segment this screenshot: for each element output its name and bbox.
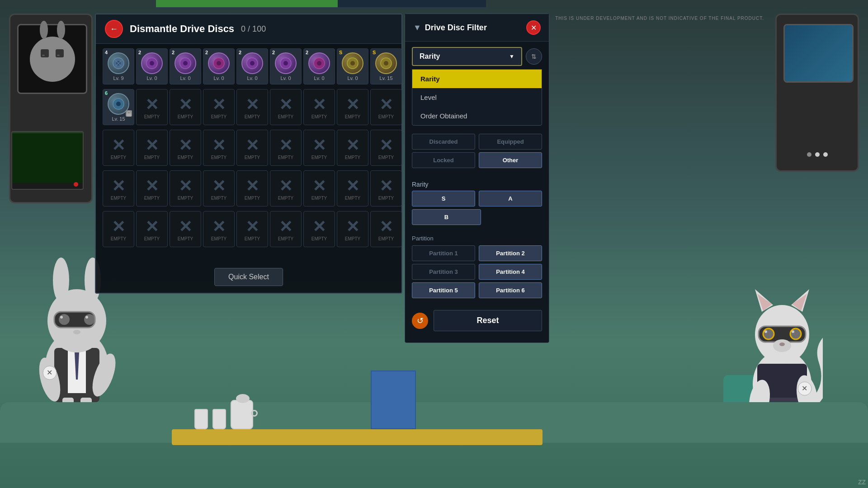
sort-dropdown[interactable]: Rarity ▼ — [412, 47, 522, 66]
disc-item-empty[interactable]: ✕EMPTY — [337, 211, 368, 247]
disc-item-empty[interactable]: ✕EMPTY — [270, 130, 302, 166]
partition-2-btn[interactable]: Partition 2 — [479, 245, 542, 261]
disc-item-empty[interactable]: ✕ EMPTY — [136, 89, 168, 125]
disc-item[interactable]: 2 Lv. 0 — [170, 48, 201, 84]
disc-grid-row3: ✕EMPTY ✕EMPTY ✕EMPTY ✕EMPTY ✕EMPTY ✕EMPT… — [96, 130, 401, 170]
disc-item-empty[interactable]: ✕EMPTY — [370, 170, 402, 206]
rarity-a-btn[interactable]: A — [479, 191, 542, 206]
disc-rarity: S — [339, 50, 342, 55]
partition-5-btn[interactable]: Partition 5 — [412, 282, 475, 298]
disc-grid-row4: ✕EMPTY ✕EMPTY ✕EMPTY ✕EMPTY ✕EMPTY ✕EMPT… — [96, 170, 401, 211]
disc-item-empty[interactable]: ✕ EMPTY — [303, 89, 335, 125]
disc-item-empty[interactable]: ✕EMPTY — [370, 211, 402, 247]
disc-item-empty[interactable]: ✕EMPTY — [236, 211, 268, 247]
disc-item-empty[interactable]: ✕ EMPTY — [236, 89, 268, 125]
disc-item-empty[interactable]: ✕EMPTY — [203, 130, 235, 166]
disc-item-empty[interactable]: ✕EMPTY — [203, 170, 235, 206]
sort-order-button[interactable]: ⇅ — [526, 48, 542, 65]
filter-title: ▼ Drive Disc Filter — [413, 23, 487, 33]
disc-item-empty[interactable]: ✕ EMPTY — [203, 89, 235, 125]
dev-notice: THIS IS UNDER DEVELOPMENT AND IS NOT IND… — [555, 16, 764, 21]
disc-item-empty[interactable]: ✕EMPTY — [170, 170, 201, 206]
disc-item-empty[interactable]: ✕ EMPTY — [270, 89, 302, 125]
empty-label: EMPTY — [211, 114, 226, 119]
quick-select-button[interactable]: Quick Select — [214, 268, 283, 286]
empty-label: EMPTY — [278, 114, 293, 119]
disc-item[interactable]: S Lv. 0 — [337, 48, 368, 84]
disc-item-empty[interactable]: ✕ EMPTY — [370, 89, 402, 125]
dropdown-item-rarity[interactable]: Rarity — [412, 70, 542, 88]
disc-item[interactable]: 4 Lv. 9 — [103, 48, 134, 84]
disc-item-empty[interactable]: ✕EMPTY — [303, 211, 335, 247]
disc-item[interactable]: 2 Lv. 0 — [270, 48, 302, 84]
status-btn-row-2: Locked Other — [412, 152, 542, 168]
disc-item-empty[interactable]: ✕EMPTY — [270, 211, 302, 247]
disc-item-empty[interactable]: ✕EMPTY — [103, 211, 134, 247]
other-filter-btn[interactable]: Other — [479, 152, 542, 168]
svg-point-48 — [150, 61, 154, 66]
disc-item-empty[interactable]: ✕EMPTY — [136, 130, 168, 166]
dropdown-item-level[interactable]: Level — [412, 88, 542, 107]
disc-grid-row1: 4 Lv. 9 2 Lv. 0 2 — [96, 44, 401, 89]
disc-level: Lv. 0 — [314, 75, 324, 81]
disc-item-empty[interactable]: ✕EMPTY — [270, 170, 302, 206]
disc-item-empty[interactable]: ✕EMPTY — [136, 170, 168, 206]
disc-level: Lv. 9 — [113, 75, 123, 81]
disc-item-empty[interactable]: ✕EMPTY — [203, 211, 235, 247]
tv-screen-left — [17, 24, 87, 94]
reset-button[interactable]: Reset — [434, 310, 542, 331]
svg-point-56 — [283, 61, 288, 66]
svg-point-10 — [59, 314, 70, 325]
disc-item-empty[interactable]: ✕ EMPTY — [337, 89, 368, 125]
disc-item-empty[interactable]: ✕EMPTY — [170, 211, 201, 247]
disc-item-empty[interactable]: ✕EMPTY — [170, 130, 201, 166]
disc-item-empty[interactable]: ✕EMPTY — [236, 130, 268, 166]
disc-icon — [241, 52, 263, 74]
empty-label: EMPTY — [245, 114, 260, 119]
disc-icon — [308, 52, 330, 74]
partition-3-btn[interactable]: Partition 3 — [412, 264, 475, 280]
empty-slot-icon: ✕ — [312, 95, 326, 114]
blue-box-decoration — [371, 371, 416, 429]
back-button[interactable]: ← — [105, 20, 123, 38]
rarity-b-btn[interactable]: B — [412, 209, 481, 225]
disc-icon — [175, 52, 196, 74]
disc-item-empty[interactable]: ✕EMPTY — [103, 170, 134, 206]
partition-6-btn[interactable]: Partition 6 — [479, 282, 542, 298]
disc-item-empty[interactable]: ✕ EMPTY — [170, 89, 201, 125]
disc-item-empty[interactable]: ✕EMPTY — [103, 130, 134, 166]
disc-item-empty[interactable]: ✕EMPTY — [337, 170, 368, 206]
disc-item-empty[interactable]: ✕EMPTY — [337, 130, 368, 166]
disc-item[interactable]: 6 Lv. 15 — [103, 89, 134, 125]
locked-filter-btn[interactable]: Locked — [412, 152, 475, 168]
svg-point-52 — [217, 61, 221, 66]
disc-item[interactable]: 2 Lv. 0 — [236, 48, 268, 84]
tv-dot-1 — [807, 152, 811, 157]
disc-item-empty[interactable]: ✕EMPTY — [236, 170, 268, 206]
svg-text:✕: ✕ — [47, 369, 52, 376]
disc-item[interactable]: 2 Lv. 0 — [303, 48, 335, 84]
disc-item[interactable]: S Lv. 15 — [370, 48, 402, 84]
rarity-s-btn[interactable]: S — [412, 191, 475, 206]
discarded-filter-btn[interactable]: Discarded — [412, 134, 475, 150]
empty-slot-icon: ✕ — [245, 95, 259, 114]
disc-icon — [342, 52, 363, 74]
partition-1-btn[interactable]: Partition 1 — [412, 245, 475, 261]
monitor-screen — [12, 132, 83, 183]
disc-rarity: 2 — [306, 50, 308, 55]
empty-label: EMPTY — [178, 114, 193, 119]
disc-level: Lv. 15 — [379, 75, 392, 81]
disc-item-empty[interactable]: ✕EMPTY — [303, 130, 335, 166]
disc-item[interactable]: 2 Lv. 0 — [203, 48, 235, 84]
equipped-filter-btn[interactable]: Equipped — [479, 134, 542, 150]
disc-item-empty[interactable]: ✕EMPTY — [370, 130, 402, 166]
partition-4-btn[interactable]: Partition 4 — [479, 264, 542, 280]
empty-slot-icon: ✕ — [145, 95, 159, 114]
filter-funnel-icon: ▼ — [413, 23, 421, 33]
dropdown-item-order-obtained[interactable]: Order Obtained — [412, 107, 542, 125]
disc-item-empty[interactable]: ✕EMPTY — [136, 211, 168, 247]
disc-item-empty[interactable]: ✕EMPTY — [303, 170, 335, 206]
disc-item[interactable]: 2 Lv. 0 — [136, 48, 168, 84]
svg-point-50 — [183, 61, 188, 66]
filter-close-button[interactable]: ✕ — [526, 20, 541, 35]
